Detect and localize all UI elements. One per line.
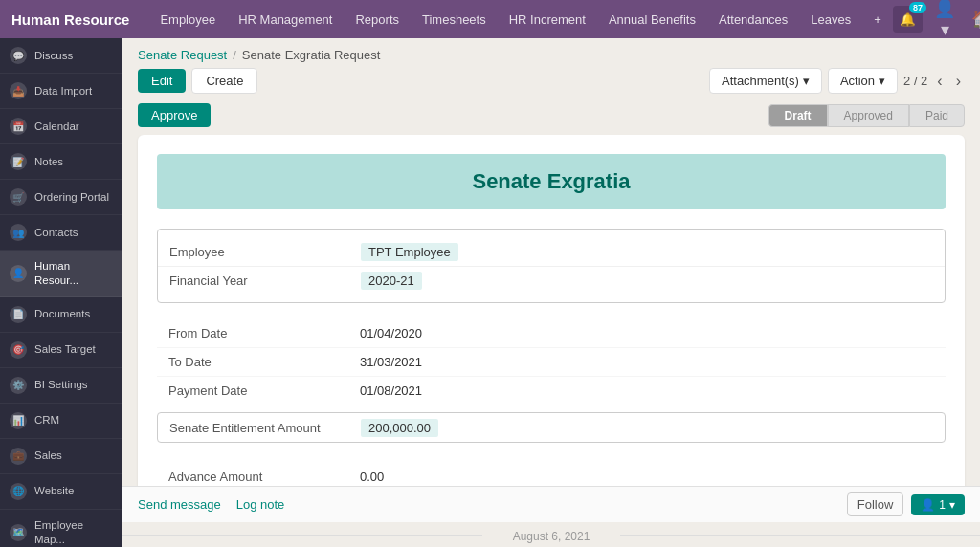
main-layout: 💬 Discuss 📥 Data Import 📅 Calendar 📝 Not… <box>0 38 980 547</box>
senate-entitlement-label: Senate Entitlement Amount <box>169 421 361 435</box>
notification-badge: 87 <box>909 2 926 13</box>
content-area: Senate Request / Senate Exgratia Request… <box>122 38 980 547</box>
status-step-paid: Paid <box>909 104 965 127</box>
to-date-row: To Date 31/03/2021 <box>157 347 946 376</box>
status-bar: Approve Draft Approved Paid <box>122 99 980 135</box>
website-icon: 🌐 <box>10 483 27 500</box>
pagination: 2 / 2 ‹ › <box>903 73 965 90</box>
from-date-row: From Date 01/04/2020 <box>157 318 946 347</box>
financial-year-label: Financial Year <box>169 274 361 288</box>
payment-date-value: 01/08/2021 <box>360 383 422 398</box>
nav-hr-management[interactable]: HR Management <box>227 0 344 38</box>
follow-button[interactable]: Follow <box>847 492 904 516</box>
employee-map-icon: 🗺️ <box>10 524 27 541</box>
sidebar-item-data-import[interactable]: 📥 Data Import <box>0 74 122 109</box>
home-icon-button[interactable]: 🏠 <box>968 5 980 33</box>
sidebar-item-bi-settings[interactable]: ⚙️ BI Settings <box>0 368 122 404</box>
sidebar-label-discuss: Discuss <box>34 49 73 63</box>
attachment-button[interactable]: Attachment(s) ▾ <box>709 68 822 94</box>
notes-icon: 📝 <box>10 153 27 170</box>
nav-plus-button[interactable]: + <box>862 0 893 38</box>
advance-value: 0.00 <box>360 470 384 484</box>
from-date-label: From Date <box>168 326 360 340</box>
sidebar-item-ordering-portal[interactable]: 🛒 Ordering Portal <box>0 180 122 215</box>
sidebar-item-crm[interactable]: 📊 CRM <box>0 404 122 439</box>
sidebar-item-human-resource[interactable]: 👤 Human Resour... <box>0 251 122 297</box>
log-note-button[interactable]: Log note <box>236 497 285 512</box>
next-page-button[interactable]: › <box>952 73 965 90</box>
calendar-icon: 📅 <box>10 118 27 135</box>
nav-items: Employee HR Management Reports Timesheet… <box>148 0 892 38</box>
form-area: Senate Exgratia Employee TPT Employee Fi… <box>122 135 980 486</box>
sidebar-label-notes: Notes <box>34 155 63 169</box>
documents-icon: 📄 <box>10 306 27 323</box>
sidebar-item-sales-target[interactable]: 🎯 Sales Target <box>0 333 122 368</box>
notification-button[interactable]: 🔔 87 <box>893 6 923 33</box>
pagination-text: 2 / 2 <box>903 74 927 88</box>
sidebar-item-sales[interactable]: 💼 Sales <box>0 439 122 474</box>
status-step-draft: Draft <box>768 104 828 127</box>
sidebar-item-notes[interactable]: 📝 Notes <box>0 144 122 180</box>
breadcrumb: Senate Request / Senate Exgratia Request <box>122 38 980 62</box>
sales-target-icon: 🎯 <box>10 341 27 359</box>
sidebar-label-documents: Documents <box>34 307 90 321</box>
sidebar-label-human-resource: Human Resour... <box>34 259 113 288</box>
to-date-label: To Date <box>168 355 360 369</box>
edit-button[interactable]: Edit <box>138 69 186 93</box>
employee-label: Employee <box>169 245 361 259</box>
status-steps: Draft Approved Paid <box>768 104 965 127</box>
prev-page-button[interactable]: ‹ <box>933 73 946 90</box>
form-title: Senate Exgratia <box>472 169 630 193</box>
sidebar-item-discuss[interactable]: 💬 Discuss <box>0 38 122 74</box>
financial-year-value: 2020-21 <box>361 272 422 290</box>
followers-count: 1 <box>939 498 946 512</box>
chatter-bar: Send message Log note Follow 👤 1 ▾ <box>122 486 980 522</box>
followers-button[interactable]: 👤 1 ▾ <box>911 494 965 515</box>
sidebar-item-calendar[interactable]: 📅 Calendar <box>0 109 122 144</box>
sidebar-label-sales: Sales <box>34 449 62 463</box>
sidebar-item-documents[interactable]: 📄 Documents <box>0 297 122 333</box>
app-brand: Human Resource <box>11 11 129 28</box>
approve-button[interactable]: Approve <box>138 103 211 127</box>
sidebar-label-calendar: Calendar <box>34 120 79 134</box>
nav-reports[interactable]: Reports <box>344 0 411 38</box>
create-button[interactable]: Create <box>191 68 257 94</box>
form-title-bar: Senate Exgratia <box>157 154 946 209</box>
sidebar-label-sales-target: Sales Target <box>34 342 96 357</box>
advance-label: Advance Amount <box>168 470 360 484</box>
bi-settings-icon: ⚙️ <box>10 377 27 394</box>
to-date-value: 31/03/2021 <box>360 355 422 369</box>
toolbar: Edit Create Attachment(s) ▾ Action ▾ 2 /… <box>122 62 980 99</box>
nav-timesheets[interactable]: Timesheets <box>411 0 498 38</box>
sidebar-label-data-import: Data Import <box>34 84 92 98</box>
nav-hr-increment[interactable]: HR Increment <box>498 0 597 38</box>
action-button[interactable]: Action ▾ <box>828 68 898 94</box>
top-navigation: Human Resource Employee HR Management Re… <box>0 0 980 38</box>
senate-entitlement-section: Senate Entitlement Amount 200,000.00 <box>157 412 946 443</box>
sales-icon: 💼 <box>10 448 27 465</box>
nav-employee[interactable]: Employee <box>148 0 227 38</box>
sidebar-item-contacts[interactable]: 👥 Contacts <box>0 215 122 251</box>
nav-attendances[interactable]: Attendances <box>707 0 799 38</box>
followers-icon: 👤 <box>921 498 935 512</box>
senate-entitlement-row: Senate Entitlement Amount 200,000.00 <box>158 413 945 442</box>
chatter-right: Follow 👤 1 ▾ <box>847 492 965 516</box>
senate-entitlement-value: 200,000.00 <box>361 419 438 437</box>
employee-value: TPT Employee <box>361 243 458 261</box>
financial-year-row: Financial Year 2020-21 <box>158 266 945 295</box>
crm-icon: 📊 <box>10 412 27 429</box>
breadcrumb-parent[interactable]: Senate Request <box>138 48 227 62</box>
payment-date-label: Payment Date <box>168 383 360 398</box>
sidebar-label-bi-settings: BI Settings <box>34 378 88 392</box>
sidebar: 💬 Discuss 📥 Data Import 📅 Calendar 📝 Not… <box>0 38 122 547</box>
discuss-icon: 💬 <box>10 47 27 64</box>
employee-row: Employee TPT Employee <box>158 237 945 266</box>
send-message-button[interactable]: Send message <box>138 497 221 512</box>
nav-leaves[interactable]: Leaves <box>799 0 862 38</box>
grouped-fields-section: Employee TPT Employee Financial Year 202… <box>157 229 946 303</box>
sidebar-label-website: Website <box>34 484 74 498</box>
nav-annual-benefits[interactable]: Annual Benefits <box>597 0 707 38</box>
sidebar-item-website[interactable]: 🌐 Website <box>0 474 122 510</box>
sidebar-label-crm: CRM <box>34 413 59 427</box>
sidebar-item-employee-map[interactable]: 🗺️ Employee Map... <box>0 510 122 547</box>
